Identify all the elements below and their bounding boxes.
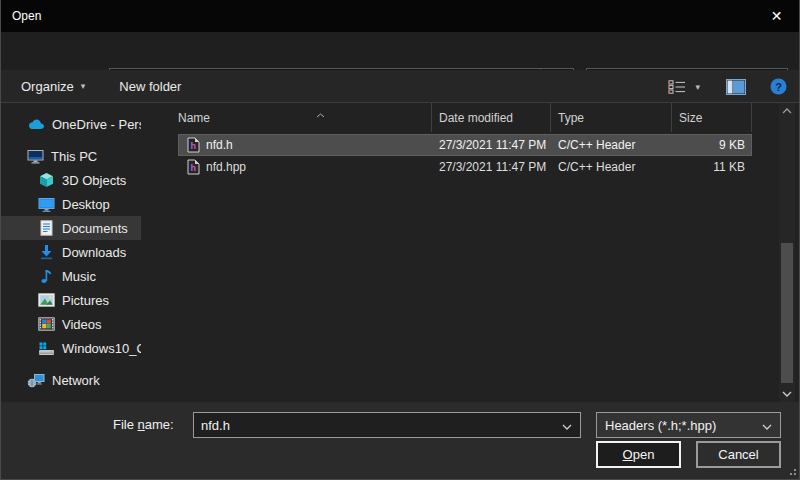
cancel-button-label: Cancel: [718, 447, 758, 462]
svg-text:h: h: [190, 141, 196, 151]
caret-down-icon: ▾: [81, 81, 86, 91]
file-name-combo: [193, 412, 581, 438]
caret-down-icon: ▾: [695, 82, 700, 92]
sidebar-item-music[interactable]: Music: [1, 264, 141, 288]
sidebar-item-label: Network: [52, 373, 100, 388]
document-icon: [38, 220, 55, 236]
window-title: Open: [12, 9, 41, 23]
file-row[interactable]: hnfd.h27/3/2021 11:47 PMC/C++ Header9 KB: [178, 134, 752, 156]
sidebar-item-label: Documents: [62, 221, 128, 236]
sort-ascending-icon: [316, 104, 325, 122]
sidebar-item-this-pc[interactable]: This PC: [1, 144, 141, 168]
sidebar-item-label: Pictures: [62, 293, 109, 308]
column-header-name[interactable]: Name: [178, 103, 432, 132]
change-view-button[interactable]: ▾: [668, 80, 700, 94]
open-button[interactable]: Open: [596, 441, 681, 468]
details-view-icon: [668, 80, 686, 94]
organize-label: Organize: [21, 79, 74, 94]
cancel-button[interactable]: Cancel: [696, 441, 781, 468]
svg-text:h: h: [190, 163, 196, 173]
sidebar-item-onedrive-persor[interactable]: OneDrive - Persor: [1, 112, 141, 136]
onedrive-icon: [27, 118, 45, 130]
picture-icon: [38, 293, 55, 307]
cube-icon: [38, 172, 55, 188]
sidebar-group-gap: [1, 136, 161, 144]
sidebar-item-label: This PC: [51, 149, 97, 164]
file-list: NameDate modifiedTypeSize hnfd.h27/3/202…: [161, 103, 800, 402]
chevron-down-icon: [562, 416, 572, 434]
sidebar-item-downloads[interactable]: Downloads: [1, 240, 141, 264]
file-date: 27/3/2021 11:47 PM: [432, 160, 551, 174]
download-icon: [38, 244, 55, 260]
svg-text:?: ?: [775, 81, 782, 93]
open-button-label: Open: [623, 447, 655, 462]
file-name: nfd.hpp: [206, 160, 246, 174]
computer-icon: [27, 149, 44, 164]
resize-grip-icon[interactable]: [786, 465, 796, 475]
file-type: C/C++ Header: [551, 160, 672, 174]
file-rows: hnfd.h27/3/2021 11:47 PMC/C++ Header9 KB…: [161, 132, 800, 178]
title-bar: Open ✕: [1, 0, 799, 32]
sidebar-group-gap: [1, 360, 161, 368]
header-file-icon: h: [187, 159, 200, 175]
new-folder-label: New folder: [119, 79, 181, 94]
close-icon: ✕: [771, 8, 783, 24]
chevron-down-icon: [754, 418, 780, 433]
help-button[interactable]: ?: [770, 78, 787, 95]
dialog-footer: File name: Headers (*.h;*.hpp) Open Canc…: [1, 402, 799, 480]
file-type-value: Headers (*.h;*.hpp): [597, 418, 754, 433]
navigation-sidebar: OneDrive - PersorThis PC3D ObjectsDeskto…: [1, 103, 161, 402]
sidebar-item-label: Windows10_OS (: [62, 341, 141, 356]
music-icon: [38, 268, 55, 284]
file-name-dropdown-button[interactable]: [554, 416, 580, 434]
sidebar-item-label: Music: [62, 269, 96, 284]
desktop-icon: [38, 197, 55, 212]
sidebar-item-label: Downloads: [62, 245, 126, 260]
file-size: 11 KB: [672, 160, 752, 174]
film-icon: [38, 317, 55, 331]
header-file-icon: h: [187, 137, 200, 153]
column-header-size[interactable]: Size: [672, 103, 752, 132]
open-dialog-window: Open ✕ ← → ↑ « GitHub›nativefiledialog›s…: [0, 0, 800, 480]
close-button[interactable]: ✕: [754, 0, 799, 32]
drive-icon: [38, 341, 55, 356]
sidebar-item-desktop[interactable]: Desktop: [1, 192, 141, 216]
file-row[interactable]: hnfd.hpp27/3/2021 11:47 PMC/C++ Header11…: [178, 156, 752, 178]
dialog-content: OneDrive - PersorThis PC3D ObjectsDeskto…: [1, 103, 799, 402]
file-type-select[interactable]: Headers (*.h;*.hpp): [596, 412, 781, 438]
network-icon: [27, 373, 45, 388]
sidebar-item-network[interactable]: Network: [1, 368, 141, 392]
file-type: C/C++ Header: [551, 138, 672, 152]
sidebar-item-label: 3D Objects: [62, 173, 126, 188]
new-folder-button[interactable]: New folder: [119, 79, 181, 94]
sidebar-item-label: Videos: [62, 317, 102, 332]
file-size: 9 KB: [672, 138, 752, 152]
file-date: 27/3/2021 11:47 PM: [432, 138, 551, 152]
organize-button[interactable]: Organize ▾: [21, 79, 85, 94]
file-name-input[interactable]: [194, 418, 554, 433]
navigation-bar: ← → ↑ « GitHub›nativefiledialog›src›incl…: [1, 32, 799, 70]
sidebar-item-label: OneDrive - Persor: [52, 117, 141, 132]
sidebar-item-label: Desktop: [62, 197, 110, 212]
column-headers: NameDate modifiedTypeSize: [161, 103, 800, 132]
file-name-label: File name:: [113, 417, 174, 432]
column-header-type[interactable]: Type: [551, 103, 672, 132]
sidebar-item-documents[interactable]: Documents: [1, 216, 141, 240]
toolbar-right-group: ▾ ?: [668, 70, 787, 103]
column-header-date-modified[interactable]: Date modified: [432, 103, 551, 132]
sidebar-item-windows10-os[interactable]: Windows10_OS (: [1, 336, 141, 360]
sidebar-item-pictures[interactable]: Pictures: [1, 288, 141, 312]
sidebar-item-3d-objects[interactable]: 3D Objects: [1, 168, 141, 192]
command-toolbar: Organize ▾ New folder ▾ ?: [1, 70, 799, 103]
preview-pane-button[interactable]: [726, 79, 746, 95]
file-name: nfd.h: [206, 138, 233, 152]
sidebar-item-videos[interactable]: Videos: [1, 312, 141, 336]
